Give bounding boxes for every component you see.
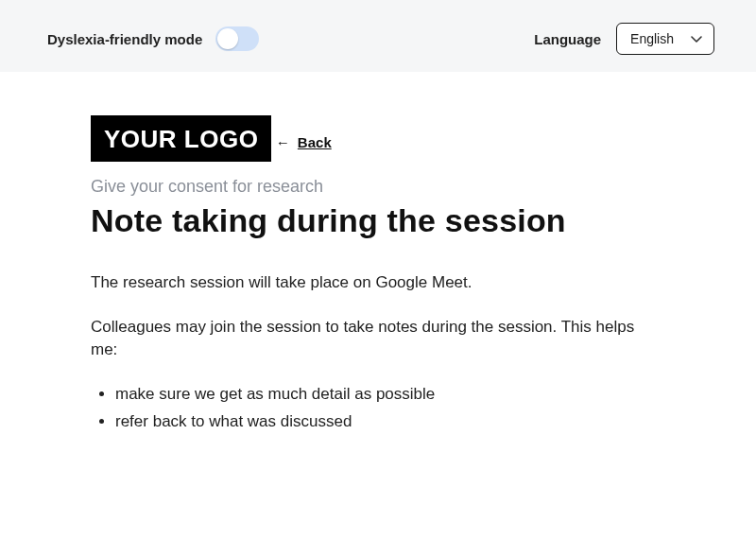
language-select[interactable]: English <box>616 23 714 55</box>
list-item: refer back to what was discussed <box>115 410 665 434</box>
dyslexia-mode-label: Dyslexia-friendly mode <box>47 31 202 47</box>
language-group: Language English <box>534 23 714 55</box>
dyslexia-mode-toggle[interactable] <box>215 26 259 51</box>
back-link[interactable]: ← Back <box>276 134 332 150</box>
content-column: YOUR LOGO ← Back Give your consent for r… <box>0 72 756 433</box>
toggle-knob <box>217 28 238 49</box>
arrow-left-icon: ← <box>276 134 290 150</box>
body-text: The research session will take place on … <box>91 271 665 433</box>
page-title: Note taking during the session <box>91 202 665 239</box>
chevron-down-icon <box>691 36 702 43</box>
dyslexia-mode-group: Dyslexia-friendly mode <box>47 26 259 51</box>
logo-placeholder: YOUR LOGO <box>91 115 271 162</box>
section-eyebrow: Give your consent for research <box>91 177 665 197</box>
language-selected-value: English <box>630 31 674 46</box>
bullet-list: make sure we get as much detail as possi… <box>91 383 665 433</box>
top-bar: Dyslexia-friendly mode Language English <box>0 0 756 72</box>
list-item: make sure we get as much detail as possi… <box>115 383 665 407</box>
page-body: YOUR LOGO ← Back Give your consent for r… <box>0 72 756 539</box>
paragraph-1: The research session will take place on … <box>91 271 665 295</box>
back-link-label: Back <box>298 134 332 150</box>
paragraph-2: Colleagues may join the session to take … <box>91 316 665 362</box>
language-label: Language <box>534 31 601 47</box>
